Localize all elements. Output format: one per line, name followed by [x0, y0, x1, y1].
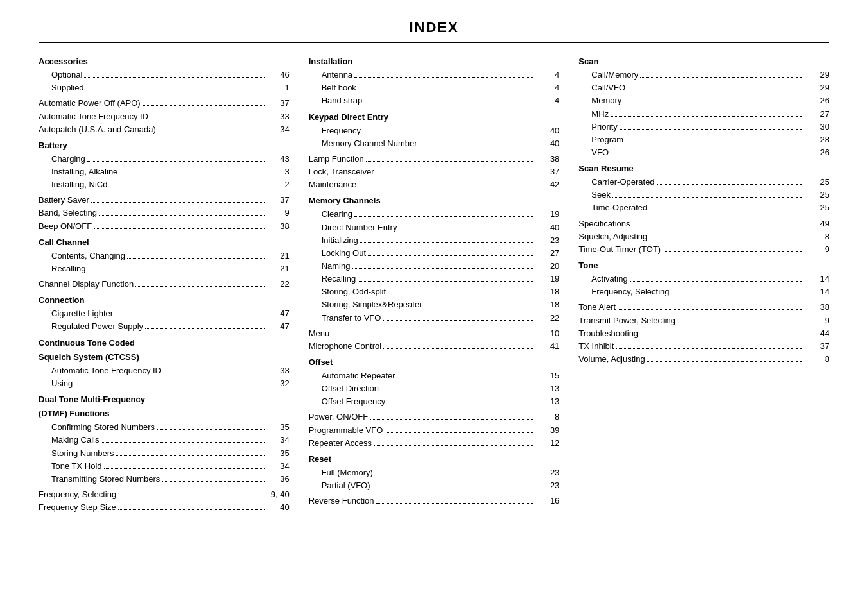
- index-section: Tone Alert38Transmit Power, Selecting9Tr…: [578, 301, 829, 366]
- entry-label: Making Calls: [39, 434, 99, 446]
- index-section: ResetFull (Memory)23Partial (VFO)23: [309, 452, 560, 492]
- entry-label: Beep ON/OFF: [39, 220, 92, 233]
- entry-page: 23: [536, 466, 559, 479]
- entry-page: 33: [266, 110, 290, 123]
- entry-dots: [612, 197, 804, 198]
- entry-page: 15: [536, 370, 559, 382]
- entry-dots: [672, 294, 805, 294]
- index-entry: Automatic Power Off (APO)37: [39, 97, 290, 110]
- entry-dots: [157, 429, 265, 430]
- entry-label: Hand strap: [309, 94, 363, 107]
- entry-page: 14: [806, 285, 829, 298]
- entry-dots: [94, 228, 265, 229]
- entry-dots: [358, 90, 534, 90]
- entry-page: 18: [536, 298, 559, 311]
- entry-dots: [86, 90, 265, 90]
- entry-page: 3: [266, 166, 290, 178]
- index-section: ScanCall/Memory29Call/VFO29Memory26MHz27…: [578, 55, 829, 159]
- index-entry: Partial (VFO)23: [309, 479, 560, 492]
- entry-dots: [118, 509, 265, 510]
- entry-page: 29: [806, 69, 829, 81]
- entry-label: Autopatch (U.S.A. and Canada): [39, 123, 156, 136]
- entry-label: Automatic Tone Frequency ID: [39, 110, 148, 123]
- entry-label: Frequency Step Size: [39, 501, 116, 514]
- entry-label: Full (Memory): [309, 466, 373, 479]
- entry-label: Antenna: [309, 69, 352, 81]
- index-entry: Contents, Changing21: [39, 250, 290, 262]
- entry-dots: [376, 503, 535, 504]
- section-header: Call Channel: [39, 235, 290, 250]
- entry-dots: [127, 258, 265, 259]
- entry-page: 23: [536, 234, 559, 247]
- entry-page: 25: [806, 189, 829, 201]
- index-entry: Installing, Alkaline3: [39, 166, 290, 178]
- section-header: Memory Channels: [309, 194, 560, 208]
- entry-dots: [366, 161, 535, 162]
- entry-page: 20: [536, 260, 559, 273]
- entry-label: Time-Out Timer (TOT): [578, 243, 661, 256]
- entry-label: Storing, Odd-split: [309, 285, 386, 298]
- index-section: InstallationAntenna4Belt hook4Hand strap…: [309, 55, 560, 108]
- entry-dots: [616, 348, 804, 349]
- section-header: (DTMF) Functions: [39, 407, 290, 421]
- title-divider: [39, 42, 829, 43]
- entry-page: 19: [536, 273, 559, 285]
- entry-dots: [649, 239, 804, 239]
- index-entry: Regulated Power Supply47: [39, 320, 290, 333]
- entry-label: Transmit Power, Selecting: [578, 314, 675, 327]
- section-header: Scan Resume: [578, 162, 829, 176]
- entry-label: Call/Memory: [578, 69, 638, 81]
- entry-page: 34: [266, 123, 290, 136]
- entry-dots: [370, 419, 534, 420]
- entry-page: 14: [806, 273, 829, 285]
- index-entry: Channel Display Function22: [39, 278, 290, 291]
- section-header: Connection: [39, 293, 290, 307]
- entry-label: Confirming Stored Numbers: [39, 421, 155, 434]
- entry-label: Lock, Transceiver: [309, 166, 374, 178]
- column-1: AccessoriesOptional46Supplied1Automatic …: [39, 55, 309, 516]
- entry-page: 10: [536, 327, 559, 340]
- index-entry: Installing, NiCd2: [39, 178, 290, 191]
- index-columns: AccessoriesOptional46Supplied1Automatic …: [39, 55, 829, 516]
- entry-dots: [677, 323, 804, 323]
- section-header: Installation: [309, 55, 560, 69]
- index-entry: Power, ON/OFF8: [309, 411, 560, 423]
- entry-label: Band, Selecting: [39, 207, 97, 219]
- entry-page: 16: [536, 495, 559, 507]
- entry-label: Partial (VFO): [309, 479, 370, 492]
- entry-label: Call/VFO: [578, 81, 625, 94]
- entry-dots: [84, 77, 264, 78]
- entry-page: 34: [266, 434, 290, 446]
- entry-dots: [118, 497, 265, 497]
- index-entry: Clearing19: [309, 208, 560, 221]
- section-header: Keypad Direct Entry: [309, 110, 560, 124]
- entry-dots: [419, 146, 535, 146]
- entry-label: Battery Saver: [39, 194, 89, 207]
- index-entry: Initializing23: [309, 234, 560, 247]
- index-entry: Automatic Tone Frequency ID33: [39, 364, 290, 377]
- entry-dots: [387, 404, 534, 404]
- entry-page: 4: [536, 81, 559, 94]
- index-entry: Tone TX Hold34: [39, 460, 290, 473]
- entry-page: 32: [266, 377, 290, 390]
- entry-dots: [116, 455, 265, 456]
- entry-label: Automatic Repeater: [309, 370, 395, 382]
- index-entry: Transmit Power, Selecting9: [578, 314, 829, 327]
- entry-page: 4: [536, 94, 559, 107]
- entry-page: 39: [536, 424, 559, 437]
- index-entry: Call/VFO29: [578, 81, 829, 94]
- entry-dots: [162, 481, 264, 482]
- entry-label: Program: [578, 133, 623, 146]
- entry-label: Storing Numbers: [39, 447, 114, 460]
- entry-dots: [630, 281, 804, 282]
- entry-dots: [135, 286, 265, 287]
- entry-page: 35: [266, 421, 290, 434]
- index-section: Dual Tone Multi-Frequency(DTMF) Function…: [39, 393, 290, 486]
- index-entry: Squelch, Adjusting8: [578, 230, 829, 243]
- entry-page: 1: [266, 81, 290, 94]
- entry-dots: [163, 373, 265, 373]
- index-entry: Time-Operated25: [578, 201, 829, 214]
- entry-label: Frequency, Selecting: [39, 488, 116, 501]
- entry-label: Microphone Control: [309, 340, 381, 353]
- entry-label: Charging: [39, 153, 85, 166]
